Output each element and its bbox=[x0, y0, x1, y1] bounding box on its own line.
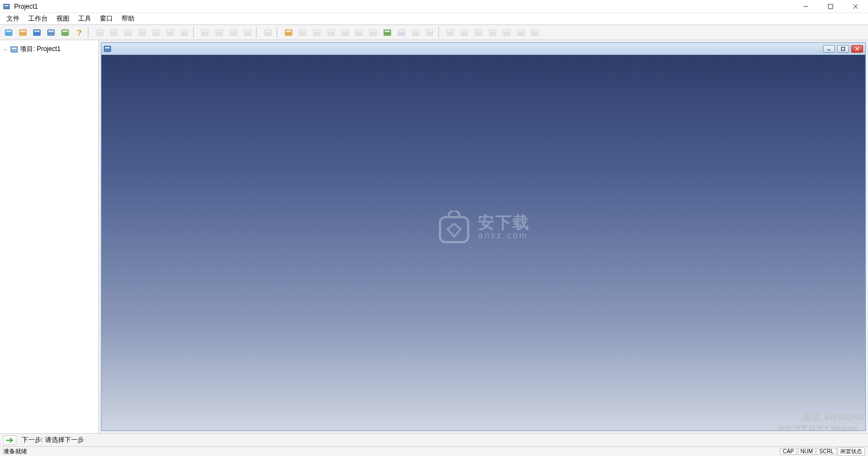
statusbar: 准备就绪 CAP NUM SCRL 闲置状态 bbox=[0, 446, 868, 456]
toolbar-separator bbox=[277, 27, 280, 38]
save-icon[interactable] bbox=[30, 26, 43, 39]
svg-rect-41 bbox=[286, 30, 291, 32]
svg-rect-56 bbox=[398, 29, 405, 36]
panel-icon[interactable] bbox=[381, 26, 394, 39]
menu-tools[interactable]: 工具 bbox=[74, 13, 95, 24]
move-icon bbox=[150, 26, 163, 39]
contact-icon bbox=[339, 26, 352, 39]
menubar: 文件 工作台 视图 工具 窗口 帮助 bbox=[0, 13, 868, 25]
viewport-minimize-button[interactable] bbox=[823, 45, 835, 53]
svg-rect-40 bbox=[285, 29, 292, 36]
tree-root-item[interactable]: ··· 项目: Project1 bbox=[2, 43, 96, 55]
menu-view[interactable]: 视图 bbox=[52, 13, 74, 24]
viewport-maximize-button[interactable] bbox=[837, 45, 849, 53]
new-icon[interactable] bbox=[2, 26, 15, 39]
viewport-titlebar[interactable] bbox=[101, 43, 865, 55]
menu-file[interactable]: 文件 bbox=[2, 13, 24, 24]
minimize-button[interactable] bbox=[793, 0, 818, 13]
watermark-logo-icon bbox=[437, 211, 471, 244]
svg-rect-55 bbox=[385, 30, 390, 32]
axis-icon bbox=[136, 26, 149, 39]
open-folder-icon[interactable] bbox=[16, 26, 29, 39]
folder2-icon[interactable] bbox=[282, 26, 295, 39]
svg-rect-29 bbox=[182, 30, 187, 32]
maximize-button[interactable] bbox=[818, 0, 843, 13]
nextstep-bar: 下一步: 请选择下一步 bbox=[0, 433, 868, 446]
svg-rect-42 bbox=[299, 29, 307, 36]
svg-rect-78 bbox=[104, 46, 111, 52]
svg-rect-75 bbox=[532, 30, 538, 32]
svg-rect-22 bbox=[138, 29, 146, 36]
svg-rect-61 bbox=[427, 30, 432, 32]
search-icon bbox=[241, 26, 254, 39]
toolbar-separator bbox=[88, 27, 91, 38]
svg-rect-1 bbox=[5, 5, 9, 6]
svg-rect-10 bbox=[33, 29, 41, 36]
copy-icon bbox=[458, 26, 471, 39]
menu-workbench[interactable]: 工作台 bbox=[24, 13, 52, 24]
camera-icon[interactable] bbox=[44, 26, 58, 39]
svg-rect-79 bbox=[105, 47, 110, 48]
project-tree: ··· 项目: Project1 bbox=[0, 40, 99, 433]
svg-rect-25 bbox=[154, 30, 159, 32]
svg-rect-27 bbox=[168, 30, 173, 32]
viewport-3d[interactable]: 安下载 anxz.com bbox=[101, 55, 865, 430]
menu-help[interactable]: 帮助 bbox=[117, 13, 139, 24]
svg-rect-21 bbox=[125, 30, 131, 32]
svg-rect-69 bbox=[490, 30, 495, 32]
svg-rect-3 bbox=[828, 4, 833, 9]
svg-rect-17 bbox=[97, 30, 103, 32]
svg-rect-39 bbox=[265, 30, 271, 32]
svg-rect-54 bbox=[384, 29, 391, 36]
svg-rect-53 bbox=[371, 30, 376, 32]
viewport-app-icon bbox=[104, 45, 111, 53]
app-icon bbox=[2, 2, 11, 11]
grid2-icon bbox=[444, 26, 457, 39]
indicator-num: NUM bbox=[798, 448, 816, 455]
svg-rect-77 bbox=[12, 48, 16, 49]
svg-rect-31 bbox=[202, 30, 208, 32]
tiles-icon bbox=[486, 26, 499, 39]
svg-rect-11 bbox=[34, 30, 40, 32]
svg-rect-51 bbox=[356, 30, 362, 32]
menu-window[interactable]: 窗口 bbox=[95, 13, 117, 24]
toolbar-separator bbox=[438, 27, 442, 38]
chain-icon bbox=[310, 26, 323, 39]
fit-icon bbox=[164, 26, 177, 39]
svg-rect-6 bbox=[5, 29, 12, 36]
watermark: 安下载 anxz.com bbox=[437, 211, 530, 244]
close-button[interactable] bbox=[843, 0, 868, 13]
svg-rect-46 bbox=[327, 29, 335, 36]
path-icon bbox=[324, 26, 337, 39]
toolbar: ? bbox=[0, 25, 868, 40]
svg-rect-68 bbox=[489, 29, 496, 36]
svg-rect-66 bbox=[475, 29, 482, 36]
nextstep-button[interactable] bbox=[3, 435, 16, 445]
svg-rect-18 bbox=[110, 29, 118, 36]
slab-icon bbox=[423, 26, 436, 39]
svg-rect-45 bbox=[314, 30, 320, 32]
svg-rect-38 bbox=[264, 29, 272, 36]
help-icon[interactable]: ? bbox=[73, 26, 86, 39]
svg-rect-35 bbox=[231, 30, 236, 32]
svg-rect-30 bbox=[201, 29, 209, 36]
tree-root-label: 项目: Project1 bbox=[20, 45, 61, 54]
svg-rect-28 bbox=[181, 29, 188, 36]
window-controls bbox=[793, 0, 868, 13]
zoom-out-icon bbox=[122, 26, 135, 39]
svg-rect-7 bbox=[6, 30, 11, 32]
main-area: ··· 项目: Project1 bbox=[0, 40, 868, 433]
svg-rect-49 bbox=[342, 30, 348, 32]
bridge-icon bbox=[353, 26, 366, 39]
svg-rect-59 bbox=[413, 30, 418, 32]
svg-rect-52 bbox=[369, 29, 377, 36]
svg-rect-32 bbox=[215, 29, 223, 36]
svg-rect-19 bbox=[111, 30, 117, 32]
svg-rect-73 bbox=[518, 30, 524, 32]
svg-rect-0 bbox=[4, 4, 10, 9]
viewport-close-button[interactable] bbox=[851, 45, 863, 53]
window-title: Project1 bbox=[14, 3, 38, 10]
svg-rect-15 bbox=[62, 30, 68, 32]
refresh-icon[interactable] bbox=[59, 26, 72, 39]
svg-rect-57 bbox=[399, 30, 404, 32]
